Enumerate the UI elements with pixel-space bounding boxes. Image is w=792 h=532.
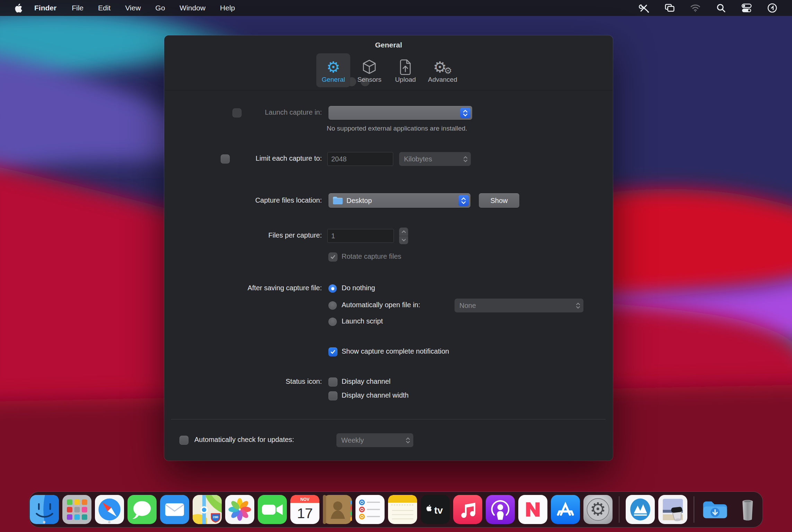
popup-chevrons-icon bbox=[576, 299, 580, 312]
tab-upload[interactable]: Upload bbox=[388, 53, 422, 87]
limit-size-field[interactable]: 2048 bbox=[327, 152, 393, 166]
dock-separator bbox=[694, 496, 694, 523]
double-gear-icon: ⚙⚙ bbox=[433, 57, 452, 75]
screen-mirroring-icon[interactable] bbox=[665, 3, 675, 13]
menu-help[interactable]: Help bbox=[213, 0, 242, 16]
messages-dock-icon[interactable] bbox=[127, 495, 157, 524]
menu-view[interactable]: View bbox=[118, 0, 148, 16]
system-preferences-dock-icon[interactable]: ⚙ bbox=[583, 495, 613, 524]
maps-badge-text: 280 bbox=[213, 515, 218, 519]
contacts-dock-icon[interactable] bbox=[323, 495, 352, 524]
finder-dock-icon[interactable] bbox=[30, 495, 59, 524]
news-dock-icon[interactable] bbox=[518, 495, 547, 524]
radio-do-nothing-label: Do nothing bbox=[342, 284, 375, 292]
launch-capture-popup[interactable] bbox=[328, 106, 472, 120]
launch-capture-help: No supported external applications are i… bbox=[327, 125, 467, 132]
menu-go[interactable]: Go bbox=[148, 0, 172, 16]
rotate-files-label: Rotate capture files bbox=[342, 252, 401, 260]
music-dock-icon[interactable] bbox=[453, 495, 482, 524]
app-store-dock-icon[interactable] bbox=[551, 495, 580, 524]
menu-bar: Finder File Edit View Go Window Help bbox=[0, 0, 792, 16]
auto-updates-checkbox[interactable] bbox=[179, 436, 188, 445]
capture-location-popup[interactable]: Desktop bbox=[328, 193, 470, 208]
menu-edit[interactable]: Edit bbox=[91, 0, 118, 16]
section-divider bbox=[171, 419, 606, 419]
display-channel-width-label: Display channel width bbox=[342, 391, 408, 399]
limit-capture-checkbox[interactable] bbox=[221, 154, 230, 163]
radio-auto-open-label: Automatically open file in: bbox=[342, 301, 420, 309]
auto-open-popup[interactable]: None bbox=[455, 299, 583, 312]
status-icon-label: Status icon: bbox=[285, 378, 322, 385]
dock-separator bbox=[619, 496, 619, 523]
popup-chevrons-icon bbox=[463, 152, 468, 166]
display-channel-label: Display channel bbox=[342, 378, 390, 385]
calendar-dock-icon[interactable]: NOV 17 bbox=[290, 495, 319, 524]
safari-dock-icon[interactable] bbox=[95, 495, 124, 524]
popup-chevrons-icon bbox=[458, 195, 469, 206]
clock-icon[interactable] bbox=[767, 3, 777, 13]
control-center-icon[interactable] bbox=[741, 3, 752, 13]
auto-open-value: None bbox=[455, 302, 476, 310]
show-button[interactable]: Show bbox=[479, 193, 519, 208]
rotate-files-checkbox[interactable] bbox=[328, 252, 337, 261]
launch-capture-label: Launch capture in: bbox=[265, 108, 322, 116]
notification-checkbox[interactable] bbox=[328, 347, 337, 356]
launchpad-dock-icon[interactable] bbox=[62, 495, 91, 524]
launch-capture-checkbox[interactable] bbox=[232, 108, 241, 117]
wifi-explorer-dock-icon[interactable] bbox=[626, 495, 655, 524]
apple-tv-dock-icon[interactable]: tv bbox=[421, 495, 450, 524]
menu-window[interactable]: Window bbox=[172, 0, 213, 16]
trash-dock-icon[interactable] bbox=[733, 495, 762, 524]
mail-dock-icon[interactable] bbox=[160, 495, 189, 524]
reminders-dock-icon[interactable] bbox=[355, 495, 385, 524]
update-frequency-value: Weekly bbox=[336, 436, 364, 444]
tv-logo-text: tv bbox=[434, 505, 443, 516]
tab-general[interactable]: ⚙ General bbox=[316, 53, 350, 87]
files-per-capture-stepper[interactable] bbox=[399, 228, 408, 244]
desktop: Finder File Edit View Go Window Help bbox=[0, 0, 792, 532]
spotlight-search-icon[interactable] bbox=[716, 3, 726, 13]
menu-file[interactable]: File bbox=[64, 0, 91, 16]
radio-launch-script[interactable] bbox=[328, 318, 337, 326]
cube-icon bbox=[362, 57, 377, 75]
preview-dock-icon[interactable] bbox=[658, 495, 687, 524]
podcasts-dock-icon[interactable] bbox=[486, 495, 515, 524]
maps-dock-icon[interactable]: 280 bbox=[193, 495, 222, 524]
photos-dock-icon[interactable] bbox=[225, 495, 254, 524]
capture-location-label: Capture files location: bbox=[255, 196, 322, 204]
limit-unit-popup[interactable]: Kilobytes bbox=[399, 152, 471, 166]
toolbar-tabs: ⚙ General Sensors Upload bbox=[164, 53, 613, 88]
downloads-dock-icon[interactable] bbox=[701, 495, 730, 524]
upload-document-icon bbox=[399, 57, 412, 75]
window-title: General bbox=[164, 41, 613, 49]
radio-auto-open[interactable] bbox=[328, 301, 337, 310]
apple-menu-icon[interactable] bbox=[10, 3, 26, 12]
display-channel-checkbox[interactable] bbox=[328, 378, 337, 387]
tab-general-label: General bbox=[322, 76, 345, 83]
auto-updates-label: Automatically check for updates: bbox=[194, 436, 294, 444]
display-channel-width-checkbox[interactable] bbox=[328, 391, 337, 400]
capture-location-value: Desktop bbox=[343, 197, 372, 205]
notification-label: Show capture complete notification bbox=[342, 347, 449, 355]
notes-dock-icon[interactable] bbox=[388, 495, 417, 524]
menu-finder[interactable]: Finder bbox=[26, 0, 64, 16]
tab-sensors-label: Sensors bbox=[357, 76, 381, 83]
dock: 280 NOV bbox=[29, 491, 763, 527]
calendar-month-text: NOV bbox=[300, 497, 309, 502]
tools-icon[interactable] bbox=[639, 3, 649, 13]
after-saving-label: After saving capture file: bbox=[247, 284, 322, 292]
facetime-dock-icon[interactable] bbox=[258, 495, 287, 524]
popup-chevrons-icon bbox=[406, 433, 410, 447]
limit-unit-value: Kilobytes bbox=[399, 155, 432, 163]
files-per-capture-field[interactable]: 1 bbox=[327, 229, 394, 243]
radio-do-nothing[interactable] bbox=[328, 284, 337, 293]
tab-advanced[interactable]: ⚙⚙ Advanced bbox=[424, 53, 461, 87]
preferences-window: General ⚙ General Sensors bbox=[164, 35, 613, 461]
wifi-icon[interactable] bbox=[690, 3, 701, 13]
radio-launch-script-label: Launch script bbox=[342, 317, 383, 325]
stepper-up-icon[interactable] bbox=[399, 228, 408, 236]
running-indicator bbox=[43, 521, 45, 523]
update-frequency-popup[interactable]: Weekly bbox=[336, 433, 413, 447]
tab-sensors[interactable]: Sensors bbox=[352, 53, 386, 87]
stepper-down-icon[interactable] bbox=[399, 236, 408, 245]
